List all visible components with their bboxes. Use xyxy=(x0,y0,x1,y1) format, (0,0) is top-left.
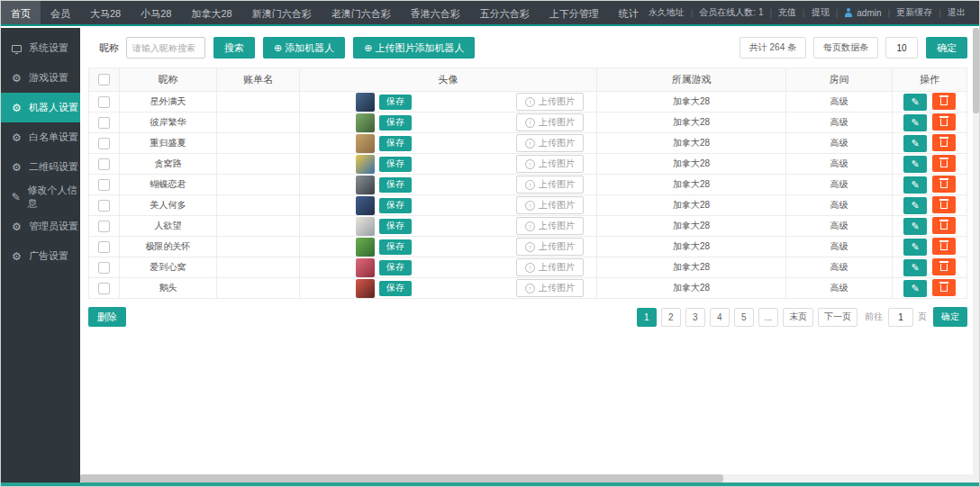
upload-image-button[interactable]: ↑上传图片 xyxy=(516,258,584,276)
upload-image-button[interactable]: ↑上传图片 xyxy=(516,196,584,214)
edit-robot-button[interactable]: ✎ xyxy=(903,156,927,173)
search-button[interactable]: 搜索 xyxy=(213,37,255,59)
horizontal-scrollbar-thumb[interactable] xyxy=(80,474,723,482)
withdraw-link[interactable]: 提现 xyxy=(812,6,830,19)
upload-image-button[interactable]: ↑上传图片 xyxy=(516,134,584,152)
nav-item-5[interactable]: 新澳门六合彩 xyxy=(242,1,322,24)
page-button-4[interactable]: 4 xyxy=(710,308,730,327)
save-avatar-button[interactable]: 保存 xyxy=(379,260,412,275)
row-checkbox[interactable] xyxy=(98,241,110,253)
edit-robot-button[interactable]: ✎ xyxy=(903,197,927,214)
nav-item-8[interactable]: 五分六合彩 xyxy=(470,1,540,24)
edit-robot-button[interactable]: ✎ xyxy=(903,94,927,111)
sidebar-item-6[interactable]: ⚙管理员设置 xyxy=(1,212,80,241)
vertical-scrollbar[interactable] xyxy=(973,28,979,482)
bulk-delete-button[interactable]: 删除 xyxy=(88,307,126,327)
nav-item-2[interactable]: 大马28 xyxy=(80,1,131,24)
delete-robot-button[interactable] xyxy=(932,155,956,172)
logout-link[interactable]: 退出 xyxy=(948,6,966,19)
upload-image-button[interactable]: ↑上传图片 xyxy=(516,155,584,173)
edit-robot-button[interactable]: ✎ xyxy=(903,176,927,194)
goto-page-confirm-button[interactable]: 确定 xyxy=(933,307,967,327)
vertical-scrollbar-thumb[interactable] xyxy=(973,28,979,113)
upload-image-button[interactable]: ↑上传图片 xyxy=(516,217,584,235)
page-button-1[interactable]: 1 xyxy=(637,308,657,327)
page-ellipsis[interactable]: ... xyxy=(758,308,778,327)
sidebar-item-4[interactable]: ⚙二维码设置 xyxy=(1,152,80,182)
save-avatar-button[interactable]: 保存 xyxy=(379,136,412,151)
edit-robot-button[interactable]: ✎ xyxy=(903,135,927,152)
save-avatar-button[interactable]: 保存 xyxy=(379,115,412,131)
edit-robot-button[interactable]: ✎ xyxy=(903,114,927,131)
row-checkbox[interactable] xyxy=(98,283,110,294)
row-checkbox[interactable] xyxy=(98,117,110,129)
per-page-input[interactable] xyxy=(885,37,918,59)
delete-robot-button[interactable] xyxy=(932,134,956,151)
sidebar-item-0[interactable]: 系统设置 xyxy=(1,33,80,63)
row-checkbox[interactable] xyxy=(98,138,110,149)
nav-item-9[interactable]: 上下分管理 xyxy=(540,1,609,24)
edit-robot-button[interactable]: ✎ xyxy=(903,259,927,276)
row-checkbox[interactable] xyxy=(98,221,110,232)
row-checkbox[interactable] xyxy=(98,262,110,274)
row-checkbox[interactable] xyxy=(98,158,110,170)
nav-item-7[interactable]: 香港六合彩 xyxy=(401,1,470,24)
row-checkbox[interactable] xyxy=(98,179,110,191)
delete-robot-button[interactable] xyxy=(932,258,956,275)
upload-image-button[interactable]: ↑上传图片 xyxy=(516,176,584,194)
goto-page-input[interactable] xyxy=(888,308,913,327)
sidebar-item-2[interactable]: ⚙机器人设置 xyxy=(1,93,80,122)
upload-image-button[interactable]: ↑上传图片 xyxy=(516,279,584,297)
horizontal-scrollbar[interactable] xyxy=(80,474,973,482)
last-page-button[interactable]: 末页 xyxy=(783,308,813,327)
sidebar-item-1[interactable]: ⚙游戏设置 xyxy=(1,63,80,93)
sidebar-item-label: 二维码设置 xyxy=(29,160,78,174)
recharge-link[interactable]: 充值 xyxy=(778,6,796,19)
refresh-cache-link[interactable]: 更新缓存 xyxy=(896,6,932,19)
save-avatar-button[interactable]: 保存 xyxy=(379,219,412,234)
per-page-label: 每页数据条 xyxy=(813,37,878,59)
nav-item-0[interactable]: 首页 xyxy=(1,1,41,24)
delete-robot-button[interactable] xyxy=(932,113,956,131)
save-avatar-button[interactable]: 保存 xyxy=(379,177,412,193)
upload-image-button[interactable]: ↑上传图片 xyxy=(516,93,584,111)
delete-robot-button[interactable] xyxy=(932,196,956,213)
delete-robot-button[interactable] xyxy=(932,176,956,193)
save-avatar-button[interactable]: 保存 xyxy=(379,95,412,110)
save-avatar-button[interactable]: 保存 xyxy=(379,239,412,255)
edit-robot-button[interactable]: ✎ xyxy=(903,239,927,256)
row-checkbox[interactable] xyxy=(98,200,110,212)
edit-robot-button[interactable]: ✎ xyxy=(903,280,927,297)
nav-item-4[interactable]: 加拿大28 xyxy=(182,1,242,24)
nav-item-3[interactable]: 小马28 xyxy=(131,1,181,24)
delete-robot-button[interactable] xyxy=(932,217,956,234)
edit-robot-button[interactable]: ✎ xyxy=(903,218,927,235)
site-link[interactable]: 永久地址 xyxy=(649,6,685,19)
nav-item-10[interactable]: 统计 xyxy=(609,1,649,24)
page-button-5[interactable]: 5 xyxy=(734,308,754,327)
sidebar-item-3[interactable]: ⚙白名单设置 xyxy=(1,122,80,152)
delete-robot-button[interactable] xyxy=(932,238,956,255)
save-avatar-button[interactable]: 保存 xyxy=(379,198,412,213)
page-button-2[interactable]: 2 xyxy=(661,308,681,327)
next-page-button[interactable]: 下一页 xyxy=(818,308,858,327)
save-avatar-button[interactable]: 保存 xyxy=(379,281,412,296)
row-checkbox[interactable] xyxy=(98,96,110,108)
nav-item-1[interactable]: 会员 xyxy=(41,1,80,24)
sidebar-item-5[interactable]: ✎修改个人信息 xyxy=(1,182,80,212)
select-all-checkbox[interactable] xyxy=(98,74,110,86)
per-page-confirm-button[interactable]: 确定 xyxy=(926,37,967,59)
nickname-search-input[interactable] xyxy=(126,37,205,59)
table-header-row: 昵称账单名头像所属游戏房间操作 xyxy=(89,68,967,92)
upload-image-button[interactable]: ↑上传图片 xyxy=(516,113,584,131)
delete-robot-button[interactable] xyxy=(932,93,956,110)
save-avatar-button[interactable]: 保存 xyxy=(379,157,412,172)
sidebar-item-7[interactable]: ⚙广告设置 xyxy=(1,241,80,271)
add-robot-button[interactable]: ⊕添加机器人 xyxy=(263,37,345,59)
user-menu[interactable]: admin xyxy=(844,8,881,18)
upload-add-robot-button[interactable]: ⊕上传图片添加机器人 xyxy=(353,37,475,59)
upload-image-button[interactable]: ↑上传图片 xyxy=(516,238,584,256)
nav-item-6[interactable]: 老澳门六合彩 xyxy=(322,1,401,24)
page-button-3[interactable]: 3 xyxy=(685,308,705,327)
delete-robot-button[interactable] xyxy=(932,279,956,296)
